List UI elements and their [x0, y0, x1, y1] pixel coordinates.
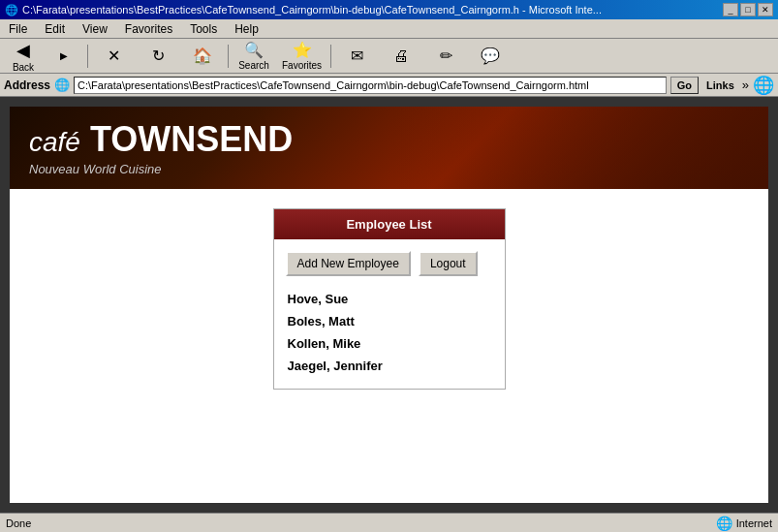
back-icon: ◀ [16, 40, 30, 61]
employee-actions: Add New Employee Logout [286, 251, 493, 276]
employee-panel: Employee List Add New Employee Logout Ho… [273, 208, 506, 390]
search-icon: 🔍 [244, 41, 264, 59]
cafe-brand-bold: TOWNSEND [90, 119, 293, 159]
back-button[interactable]: ◀ Back [4, 41, 43, 72]
employee-item-2[interactable]: Kollen, Mike [286, 332, 493, 355]
search-button[interactable]: 🔍 Search [233, 41, 275, 72]
browser-content: café TOWNSEND Nouveau World Cuisine Empl… [0, 97, 778, 513]
discuss-button[interactable]: 💬 [469, 41, 512, 72]
minimize-button[interactable]: _ [723, 3, 738, 16]
maximize-button[interactable]: □ [740, 3, 756, 16]
mail-button[interactable]: ✉ [335, 41, 378, 72]
go-button[interactable]: Go [670, 77, 699, 94]
print-button[interactable]: 🖨 [380, 41, 422, 72]
zone-label: Internet [736, 517, 772, 529]
banner-overlay [389, 107, 769, 189]
separator-1 [87, 45, 88, 68]
add-new-employee-button[interactable]: Add New Employee [286, 251, 411, 276]
browser-globe-icon: 🌐 [54, 78, 70, 92]
window-title: C:\Farata\presentations\BestPractices\Ca… [22, 4, 602, 16]
status-right: 🌐 Internet [716, 516, 772, 531]
links-button[interactable]: Links [702, 78, 738, 92]
print-icon: 🖨 [393, 47, 409, 65]
mail-icon: ✉ [351, 47, 363, 65]
forward-button[interactable]: ▶ [45, 41, 83, 72]
status-left: Done [6, 517, 31, 529]
search-label: Search [238, 60, 269, 71]
favorites-button[interactable]: ⭐ Favorites [277, 41, 327, 72]
back-label: Back [13, 62, 34, 73]
internet-icon: 🌐 [716, 516, 732, 531]
title-bar-left: 🌐 C:\Farata\presentations\BestPractices\… [5, 4, 602, 16]
cafe-brand: café [29, 127, 80, 157]
separator-2 [228, 45, 229, 68]
employee-item-1[interactable]: Boles, Matt [286, 310, 493, 332]
stop-icon: ✕ [108, 47, 120, 65]
refresh-button[interactable]: ↻ [137, 41, 179, 72]
edit-icon: ✏ [440, 47, 452, 65]
logout-button[interactable]: Logout [419, 251, 478, 276]
menu-file[interactable]: File [5, 21, 31, 37]
browser-icon: 🌐 [5, 4, 18, 16]
expand-icon[interactable]: » [742, 78, 749, 92]
address-bar: Address 🌐 Go Links » 🌐 [0, 74, 778, 97]
menu-help[interactable]: Help [231, 21, 263, 37]
stop-button[interactable]: ✕ [92, 41, 135, 72]
home-icon: 🏠 [193, 47, 212, 65]
cafe-banner: café TOWNSEND Nouveau World Cuisine [10, 107, 768, 189]
separator-3 [330, 45, 331, 68]
menu-view[interactable]: View [78, 21, 111, 37]
home-button[interactable]: 🏠 [181, 41, 224, 72]
menu-edit[interactable]: Edit [41, 21, 69, 37]
employee-item-0[interactable]: Hove, Sue [286, 288, 493, 310]
edit-button[interactable]: ✏ [424, 41, 467, 72]
close-button[interactable]: ✕ [758, 3, 773, 16]
ie-icon: 🌐 [753, 75, 774, 96]
address-input[interactable] [74, 77, 667, 94]
window-controls[interactable]: _ □ ✕ [723, 3, 773, 16]
panel-header: Employee List [274, 209, 505, 239]
menu-tools[interactable]: Tools [186, 21, 221, 37]
discuss-icon: 💬 [481, 47, 500, 65]
refresh-icon: ↻ [152, 47, 165, 65]
main-content: Employee List Add New Employee Logout Ho… [10, 189, 768, 503]
forward-icon: ▶ [60, 50, 68, 61]
panel-body: Add New Employee Logout Hove, Sue Boles,… [274, 239, 505, 389]
favorites-icon: ⭐ [293, 41, 312, 59]
employee-item-3[interactable]: Jaegel, Jennifer [286, 355, 493, 377]
menu-bar: File Edit View Favorites Tools Help [0, 19, 778, 39]
status-bar: Done 🌐 Internet [0, 513, 778, 532]
status-text: Done [6, 517, 31, 529]
menu-favorites[interactable]: Favorites [121, 21, 176, 37]
employee-list: Hove, Sue Boles, Matt Kollen, Mike Jaege… [286, 288, 493, 377]
title-bar: 🌐 C:\Farata\presentations\BestPractices\… [0, 0, 778, 19]
toolbar: ◀ Back ▶ ✕ ↻ 🏠 🔍 Search ⭐ Favorites ✉ 🖨 … [0, 39, 778, 74]
favorites-label: Favorites [282, 60, 322, 71]
address-label: Address [4, 78, 50, 92]
